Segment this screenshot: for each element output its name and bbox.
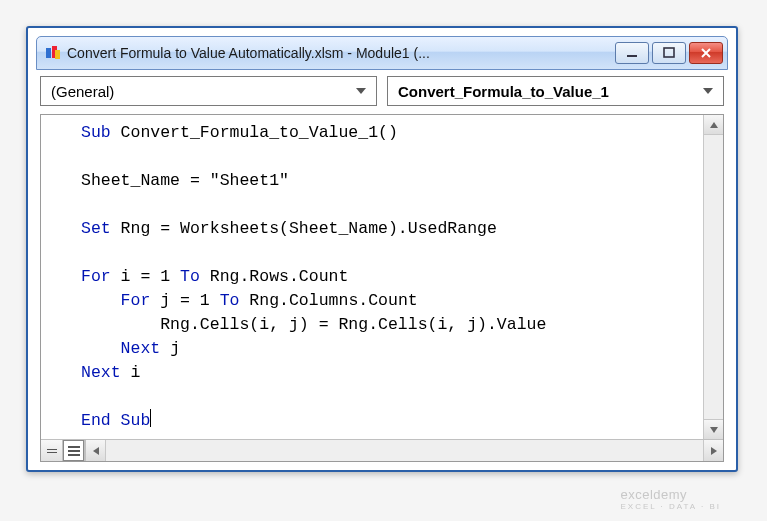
code-line: Set Rng = Worksheets(Sheet_Name).UsedRan…	[81, 217, 699, 241]
code-line: For j = 1 To Rng.Columns.Count	[81, 289, 699, 313]
svg-rect-5	[664, 48, 674, 57]
code-editor[interactable]: Sub Convert_Formula_to_Value_1() Sheet_N…	[41, 115, 703, 439]
code-pane: Sub Convert_Formula_to_Value_1() Sheet_N…	[40, 114, 724, 462]
view-mode-buttons	[41, 440, 86, 461]
horizontal-scrollbar[interactable]	[86, 440, 723, 461]
chevron-down-icon	[352, 77, 370, 105]
scroll-down-button[interactable]	[704, 419, 723, 439]
procedure-dropdown[interactable]: Convert_Formula_to_Value_1	[387, 76, 724, 106]
svg-rect-7	[47, 452, 57, 453]
svg-rect-9	[68, 450, 80, 452]
watermark: exceldemy EXCEL · DATA · BI	[620, 487, 721, 511]
scroll-right-button[interactable]	[703, 440, 723, 461]
vba-editor-window: Convert Formula to Value Automatically.x…	[26, 26, 738, 472]
code-line: End Sub	[81, 409, 699, 433]
dropdown-row: (General) Convert_Formula_to_Value_1	[36, 70, 728, 114]
window-inner: Convert Formula to Value Automatically.x…	[28, 28, 736, 470]
vba-app-icon	[45, 45, 61, 61]
text-caret	[150, 409, 151, 427]
scroll-up-button[interactable]	[704, 115, 723, 135]
code-line: Rng.Cells(i, j) = Rng.Cells(i, j).Value	[81, 313, 699, 337]
full-module-view-button[interactable]	[63, 440, 85, 461]
code-line: For i = 1 To Rng.Rows.Count	[81, 265, 699, 289]
code-line: Sub Convert_Formula_to_Value_1()	[81, 121, 699, 145]
vertical-scroll-track[interactable]	[704, 135, 723, 419]
object-dropdown[interactable]: (General)	[40, 76, 377, 106]
svg-rect-2	[55, 50, 60, 59]
code-line	[81, 193, 699, 217]
svg-rect-4	[627, 55, 637, 57]
procedure-view-button[interactable]	[41, 440, 63, 461]
window-buttons	[615, 42, 723, 64]
watermark-text: exceldemy	[620, 487, 687, 502]
bottom-bar	[41, 439, 723, 461]
watermark-subtext: EXCEL · DATA · BI	[620, 502, 721, 511]
code-line	[81, 385, 699, 409]
code-line: Next j	[81, 337, 699, 361]
maximize-button[interactable]	[652, 42, 686, 64]
chevron-down-icon	[699, 77, 717, 105]
svg-rect-0	[46, 48, 51, 58]
svg-rect-8	[68, 446, 80, 448]
code-line	[81, 145, 699, 169]
close-button[interactable]	[689, 42, 723, 64]
object-dropdown-value: (General)	[51, 83, 352, 100]
svg-rect-6	[47, 449, 57, 450]
minimize-button[interactable]	[615, 42, 649, 64]
vertical-scrollbar[interactable]	[703, 115, 723, 439]
code-line: Next i	[81, 361, 699, 385]
code-line	[81, 241, 699, 265]
code-line: Sheet_Name = "Sheet1"	[81, 169, 699, 193]
svg-rect-10	[68, 454, 80, 456]
titlebar[interactable]: Convert Formula to Value Automatically.x…	[36, 36, 728, 70]
code-body: Sub Convert_Formula_to_Value_1() Sheet_N…	[41, 115, 723, 439]
procedure-dropdown-value: Convert_Formula_to_Value_1	[398, 83, 699, 100]
scroll-left-button[interactable]	[86, 440, 106, 461]
window-title: Convert Formula to Value Automatically.x…	[67, 45, 615, 61]
horizontal-scroll-track[interactable]	[106, 440, 703, 461]
